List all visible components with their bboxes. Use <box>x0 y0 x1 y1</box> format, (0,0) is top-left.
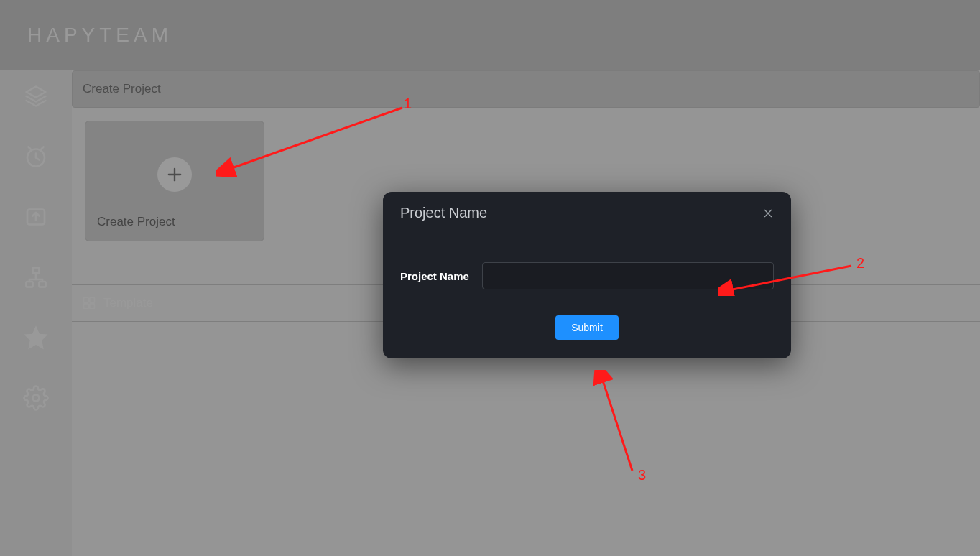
sidebar-item-layers[interactable] <box>22 83 50 112</box>
svg-rect-10 <box>84 298 89 303</box>
gear-icon <box>23 385 49 414</box>
sidebar <box>0 70 72 556</box>
svg-rect-12 <box>84 304 89 309</box>
clock-icon <box>23 144 49 172</box>
annotation-label-2: 2 <box>856 255 864 272</box>
plus-icon <box>157 157 192 192</box>
sidebar-item-org[interactable] <box>22 264 50 293</box>
star-icon <box>23 325 49 353</box>
svg-marker-6 <box>25 327 47 348</box>
layers-icon <box>23 83 49 112</box>
modal-header: Project Name <box>383 192 791 233</box>
section-header-create-project: Create Project <box>72 70 980 108</box>
create-card-label: Create Project <box>97 215 175 229</box>
svg-rect-13 <box>90 304 95 309</box>
share-icon <box>23 204 49 233</box>
annotation-label-3: 3 <box>638 467 646 483</box>
project-name-modal: Project Name Project Name Submit <box>383 192 791 358</box>
template-icon <box>82 296 96 310</box>
modal-body: Project Name <box>383 233 791 307</box>
modal-footer: Submit <box>383 307 791 358</box>
modal-title: Project Name <box>400 205 487 221</box>
annotation-label-1: 1 <box>404 96 412 112</box>
sidebar-item-star[interactable] <box>22 325 50 353</box>
template-label: Template <box>103 296 153 310</box>
submit-button[interactable]: Submit <box>555 315 619 340</box>
project-name-label: Project Name <box>400 270 469 282</box>
sidebar-item-settings[interactable] <box>22 385 50 414</box>
brand-title: HAPYTEAM <box>27 24 172 47</box>
svg-marker-0 <box>27 87 46 98</box>
svg-point-7 <box>33 395 40 402</box>
create-project-card[interactable]: Create Project <box>85 121 264 241</box>
app-header: HAPYTEAM <box>0 0 980 70</box>
sidebar-item-clock[interactable] <box>22 144 50 172</box>
sidebar-item-share[interactable] <box>22 204 50 233</box>
svg-rect-11 <box>90 298 95 303</box>
org-icon <box>23 264 49 293</box>
close-icon[interactable] <box>762 208 774 219</box>
section-header-text: Create Project <box>83 82 161 96</box>
project-name-input[interactable] <box>482 262 774 289</box>
